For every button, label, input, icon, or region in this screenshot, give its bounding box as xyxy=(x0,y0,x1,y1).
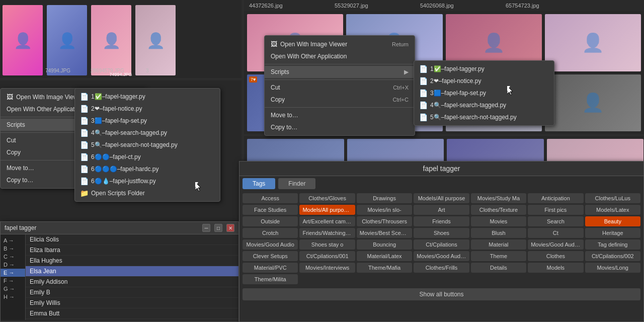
tag-btn-movies-study-ma[interactable]: Movies/Study Ma xyxy=(471,193,526,203)
alpha-b[interactable]: B → xyxy=(1,245,25,253)
tag-btn-movies[interactable]: Movies xyxy=(471,216,526,226)
name-emily-w[interactable]: Emily Willis xyxy=(26,298,238,308)
tag-btn-movies-good-audio-your-language[interactable]: Movies/Good Audio/YOUR_LANGUAGE xyxy=(528,239,583,250)
tag-btn-movies-interviews[interactable]: Movies/Interviews xyxy=(299,263,355,273)
r-open-image-viewer[interactable]: 🖼 Open With Image Viewer Return xyxy=(265,38,415,50)
tag-btn-blush[interactable]: Blush xyxy=(471,228,526,238)
tag-btn-drawings[interactable]: Drawings xyxy=(357,193,412,203)
thumb-left-3[interactable]: 👤 74994.JPG xyxy=(91,5,131,75)
tag-btn-theme-milita[interactable]: Theme/Milita xyxy=(243,274,298,284)
tag-btn-crotch[interactable]: Crotch xyxy=(243,228,298,238)
tag-btn-tag-defining[interactable]: Tag defining xyxy=(585,239,640,250)
tag-btn-material-latex[interactable]: Material/Latex xyxy=(357,251,412,261)
tag-btn-models[interactable]: Models xyxy=(528,263,583,273)
name-emma[interactable]: Emma Butt xyxy=(26,308,238,319)
script-item-1[interactable]: 📄 1✅–fapel-tagger.py xyxy=(75,91,220,103)
top-thumb-r8[interactable]: 👤 xyxy=(545,74,641,132)
tag-btn-ct-cpilations[interactable]: Ct/Cpilations xyxy=(414,239,469,250)
script-item-2[interactable]: 📄 2❤–fapel-notice.py xyxy=(75,103,220,115)
tag-btn-clothes-frills[interactable]: Clothes/Frills xyxy=(414,263,469,273)
script-item-8[interactable]: 📄 6🔵💧–fapel-justflow.py xyxy=(75,175,220,187)
r-script-item-1[interactable]: 📄 1✅–fapel-tagger.py xyxy=(414,63,554,75)
tag-btn-beauty[interactable]: Beauty xyxy=(585,216,640,226)
tag-btn-models-all-purpose[interactable]: Models/All purpose xyxy=(414,193,469,203)
tag-btn-movies-best-scenes[interactable]: Movies/Best Scenes xyxy=(357,228,412,238)
script-item-7[interactable]: 📄 6🔵🔵🔵–fapel-hardc.py xyxy=(75,163,220,175)
tab-tags[interactable]: Tags xyxy=(243,178,275,189)
script-item-5[interactable]: 📄 5🔍–fapel-search-not-tagged.py xyxy=(75,139,220,151)
r-open-other-app[interactable]: Open With Other Application xyxy=(265,50,415,62)
alpha-g[interactable]: G → xyxy=(1,285,25,293)
thumb-left-2[interactable]: 👤 xyxy=(47,5,87,75)
alpha-a[interactable]: A → xyxy=(1,236,25,245)
r-move-to-item[interactable]: Move to… xyxy=(265,109,415,121)
tag-btn-friends-watching-her-friend[interactable]: Friends/Watching her friend xyxy=(299,228,355,238)
alpha-e[interactable]: E → xyxy=(1,269,25,277)
tag-btn-shoes-stay-o[interactable]: Shoes stay o xyxy=(299,239,355,250)
tag-btn-movies-good-audio-no-talk[interactable]: Movies/Good Audio/no talk xyxy=(414,251,469,261)
r-cut-item[interactable]: Cut Ctrl+X xyxy=(265,82,415,94)
top-thumb-r4[interactable]: 👤 xyxy=(545,14,641,71)
tag-btn-theme-mafia[interactable]: Theme/Mafia xyxy=(357,263,412,273)
name-emily-a[interactable]: Emily Addison xyxy=(26,277,238,287)
tag-btn-first-pics[interactable]: First pics xyxy=(528,205,583,215)
tag-btn-material-pvc[interactable]: Material/PVC xyxy=(243,263,298,273)
tag-btn-heritage[interactable]: Heritage xyxy=(585,228,640,238)
tag-btn-theme[interactable]: Theme xyxy=(471,251,526,261)
maximize-button[interactable]: □ xyxy=(214,224,222,232)
tag-btn-ct-cpilations-001[interactable]: Ct/Cpilations/001 xyxy=(299,251,355,261)
tag-btn-movies-good-audio[interactable]: Movies/Good Audio xyxy=(243,239,298,250)
alpha-h[interactable]: H → xyxy=(1,293,25,301)
tag-btn-clothes-throusers[interactable]: Clothes/Throusers xyxy=(357,216,412,226)
name-ella[interactable]: Ella Hughes xyxy=(26,256,238,266)
name-elicia[interactable]: Elicia Solis xyxy=(26,234,238,245)
r-script-item-2[interactable]: 📄 2❤–fapel-notice.py xyxy=(414,75,554,87)
tab-finder[interactable]: Finder xyxy=(278,178,315,189)
script-item-4[interactable]: 📄 4🔍–fapel-search-tagged.py xyxy=(75,127,220,139)
tag-btn-clothes[interactable]: Clothes xyxy=(528,251,583,261)
r-script-item-3[interactable]: 📄 3🟦–fapel-fap-set.py xyxy=(414,87,554,99)
tag-btn-ct[interactable]: Ct xyxy=(528,228,583,238)
r-scripts-menu-item[interactable]: Scripts ▶ xyxy=(265,66,415,78)
tag-btn-clever-setups[interactable]: Clever Setups xyxy=(243,251,298,261)
tag-btn-face-studies[interactable]: Face Studies xyxy=(243,205,298,215)
tag-btn-models-all-purpose-jordan-carver[interactable]: Models/All purpose/Jordan Carver xyxy=(299,205,355,215)
tag-btn-movies-in-slo-[interactable]: Movies/in slo- xyxy=(357,205,412,215)
tag-btn-friends[interactable]: Friends xyxy=(414,216,469,226)
tag-btn-material[interactable]: Material xyxy=(471,239,526,250)
thumb-left-1[interactable]: 👤 xyxy=(3,5,43,75)
alpha-c[interactable]: C → xyxy=(1,253,25,261)
tag-btn-movies-long[interactable]: Movies/Long xyxy=(585,263,640,273)
name-emily-b[interactable]: Emily B xyxy=(26,287,238,298)
show-all-button[interactable]: Show all buttons xyxy=(243,288,640,300)
minimize-button[interactable]: ─ xyxy=(202,224,210,232)
r-script-item-4[interactable]: 📄 4🔍–fapel-search-tagged.py xyxy=(414,99,554,111)
tag-btn-anticipation[interactable]: Anticipation xyxy=(528,193,583,203)
tag-btn-outside[interactable]: Outside xyxy=(243,216,298,226)
tag-btn-search[interactable]: Search xyxy=(528,216,583,226)
tag-btn-clothes-texture[interactable]: Clothes/Texture xyxy=(471,205,526,215)
tag-btn-art[interactable]: Art xyxy=(414,205,469,215)
alpha-f[interactable]: F → xyxy=(1,277,25,285)
name-elsa[interactable]: Elsa Jean xyxy=(26,266,238,277)
name-eliza[interactable]: Eliza Ibarra xyxy=(26,245,238,256)
tag-btn-details[interactable]: Details xyxy=(471,263,526,273)
tag-btn-access[interactable]: Access xyxy=(243,193,298,203)
tags-grid: AccessClothes/GlovesDrawingsModels/All p… xyxy=(239,191,643,286)
r-script-item-5[interactable]: 📄 5🔍–fapel-search-not-tagged.py xyxy=(414,111,554,123)
tag-btn-shoes[interactable]: Shoes xyxy=(414,228,469,238)
tag-btn-bouncing[interactable]: Bouncing xyxy=(357,239,412,250)
tag-btn-art-excellent-camera-angle[interactable]: Art/Excellent camera angle xyxy=(299,216,355,226)
r-copy-item[interactable]: Copy Ctrl+C xyxy=(265,94,415,106)
tag-btn-clothes-gloves[interactable]: Clothes/Gloves xyxy=(299,193,355,203)
close-button[interactable]: ✕ xyxy=(226,224,234,232)
tag-btn-ct-cpilations-002[interactable]: Ct/Cpilations/002 xyxy=(585,251,640,261)
open-scripts-folder[interactable]: 📁 Open Scripts Folder xyxy=(75,187,220,199)
r-copy-to-item[interactable]: Copy to… xyxy=(265,121,415,133)
thumb-left-4[interactable]: 👤 xyxy=(135,5,176,75)
script-item-3[interactable]: 📄 3🟦–fapel-fap-set.py xyxy=(75,115,220,127)
alpha-d[interactable]: D → xyxy=(1,261,25,269)
tag-btn-models-latex[interactable]: Models/Latex xyxy=(585,205,640,215)
tag-btn-clothes-lulus[interactable]: Clothes/LuLus xyxy=(585,193,640,203)
script-item-6[interactable]: 📄 6🔵🔵–fapel-ct.py xyxy=(75,151,220,163)
